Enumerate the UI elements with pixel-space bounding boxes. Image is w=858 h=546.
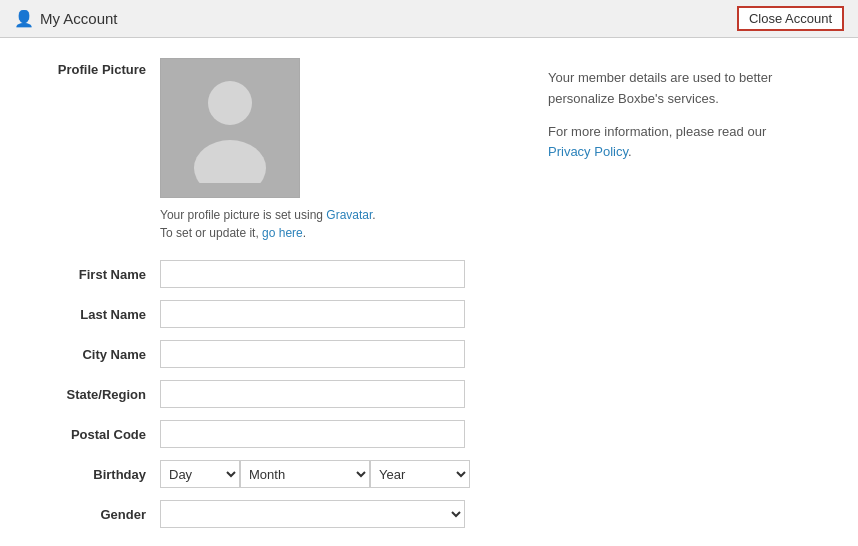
gender-row: Gender MaleFemaleOther [30,500,518,528]
last-name-label: Last Name [30,307,160,322]
city-label: City Name [30,347,160,362]
caption-prefix: Your profile picture is set using [160,208,326,222]
header-title: 👤 My Account [14,9,118,28]
info-text1: Your member details are used to better p… [548,68,828,110]
first-name-label: First Name [30,267,160,282]
year-select[interactable]: Year202420232022202120202010200019901980… [370,460,470,488]
postal-label: Postal Code [30,427,160,442]
gender-select[interactable]: MaleFemaleOther [160,500,465,528]
go-here-link[interactable]: go here [262,226,303,240]
state-label: State/Region [30,387,160,402]
close-account-button[interactable]: Close Account [737,6,844,31]
header: 👤 My Account Close Account [0,0,858,38]
svg-point-0 [208,81,252,125]
privacy-period: . [628,144,632,159]
avatar-silhouette [185,73,275,183]
info-text2-block: For more information, please read our Pr… [548,122,828,164]
last-name-row: Last Name [30,300,518,328]
first-name-row: First Name [30,260,518,288]
birthday-selects: Day1234567891011121314151617181920212223… [160,460,470,488]
gender-label: Gender [30,507,160,522]
profile-picture-box: Your profile picture is set using Gravat… [160,58,376,242]
caption-period1: . [372,208,375,222]
right-section: Your member details are used to better p… [548,58,828,540]
left-section: Profile Picture Your profile picture is … [30,58,518,540]
first-name-input[interactable] [160,260,465,288]
month-select[interactable]: MonthJanuaryFebruaryMarchAprilMayJuneJul… [240,460,370,488]
postal-input[interactable] [160,420,465,448]
last-name-input[interactable] [160,300,465,328]
caption-line2-prefix: To set or update it, [160,226,262,240]
privacy-policy-link[interactable]: Privacy Policy [548,144,628,159]
city-row: City Name [30,340,518,368]
avatar [160,58,300,198]
profile-picture-row: Profile Picture Your profile picture is … [30,58,518,242]
info-text2: For more information, please read our [548,124,766,139]
main-content: Profile Picture Your profile picture is … [0,38,858,546]
city-input[interactable] [160,340,465,368]
profile-picture-label: Profile Picture [30,58,160,77]
postal-row: Postal Code [30,420,518,448]
svg-point-1 [194,140,266,183]
profile-picture-caption: Your profile picture is set using Gravat… [160,206,376,242]
header-title-text: My Account [40,10,118,27]
state-row: State/Region [30,380,518,408]
gravatar-link[interactable]: Gravatar [326,208,372,222]
caption-period2: . [303,226,306,240]
state-input[interactable] [160,380,465,408]
day-select[interactable]: Day1234567891011121314151617181920212223… [160,460,240,488]
user-icon: 👤 [14,9,34,28]
birthday-row: Birthday Day1234567891011121314151617181… [30,460,518,488]
birthday-label: Birthday [30,467,160,482]
